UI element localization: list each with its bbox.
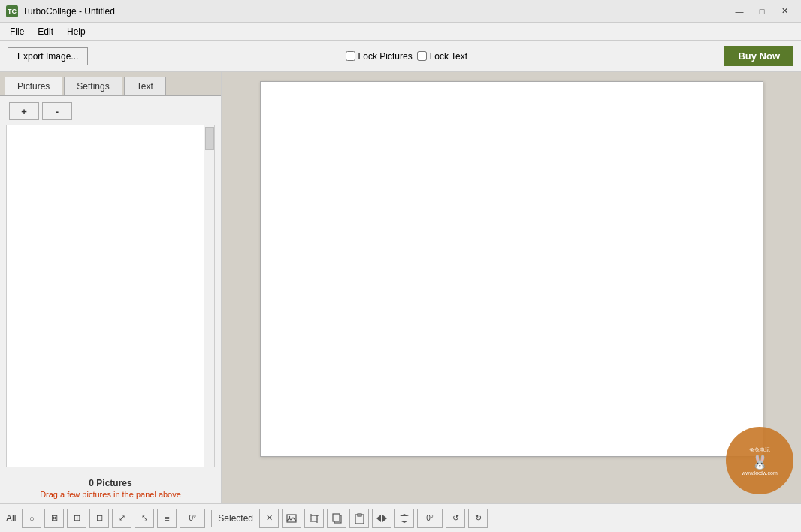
add-remove-row: + - (6, 102, 215, 120)
menu-file[interactable]: File (3, 24, 31, 39)
main-content: Export Image... Lock Pictures Lock Text … (0, 41, 801, 532)
scroll-thumb (205, 127, 214, 150)
tab-bar: Pictures Settings Text (0, 72, 221, 95)
bottom-toolbar: All ○ ⊠ ⊞ ⊟ ⤢ ⤡ ≡ 0° Selected ✕ 0° ↺ ↻ (0, 503, 801, 532)
svg-point-1 (289, 515, 290, 517)
panel-footer: 0 Pictures Drag a few pictures in the pa… (0, 473, 221, 503)
menu-bar: File Edit Help (0, 23, 801, 41)
close-x-btn[interactable]: ✕ (259, 509, 279, 528)
menu-help[interactable]: Help (60, 24, 92, 39)
lock-pictures-checkbox[interactable] (346, 51, 355, 61)
list-scrollbar (204, 125, 214, 467)
flip2-btn[interactable] (394, 509, 414, 528)
tab-text[interactable]: Text (124, 77, 166, 95)
lock-text-label: Lock Text (430, 51, 467, 62)
cross-select-btn[interactable]: ⊠ (44, 509, 64, 528)
lock-area: Lock Pictures Lock Text (95, 51, 717, 62)
watermark-icon: 🐰 (751, 455, 768, 469)
canvas-surface (260, 81, 763, 457)
close-button[interactable]: ✕ (774, 4, 795, 19)
svg-marker-12 (382, 515, 387, 522)
app-icon: TC (6, 5, 18, 17)
crop-btn[interactable] (304, 509, 324, 528)
window-controls: — □ ✕ (729, 4, 795, 19)
separator-1 (211, 510, 212, 527)
copy-btn[interactable] (327, 509, 346, 528)
minimize-button[interactable]: — (729, 4, 750, 19)
tab-pictures[interactable]: Pictures (5, 77, 62, 95)
window-title: TurboCollage - Untitled (23, 6, 729, 17)
all-label: All (6, 513, 16, 524)
svg-rect-8 (333, 514, 340, 521)
clipboard-btn[interactable] (349, 509, 369, 528)
equals-btn[interactable]: ≡ (157, 509, 177, 528)
lock-text-checkbox[interactable] (417, 51, 427, 61)
remove-picture-button[interactable]: - (42, 102, 72, 120)
body-area: Pictures Settings Text + - 0 Pictures (0, 72, 801, 503)
redo-btn[interactable]: ↻ (468, 509, 488, 528)
pictures-count: 0 Pictures (6, 478, 215, 488)
expand-btn[interactable]: ⤢ (112, 509, 131, 528)
svg-rect-0 (287, 515, 296, 522)
buy-now-button[interactable]: Buy Now (724, 46, 793, 66)
top-toolbar: Export Image... Lock Pictures Lock Text … (0, 41, 801, 72)
menu-edit[interactable]: Edit (31, 24, 60, 39)
watermark-bottom: www.kxdw.com (742, 470, 777, 476)
panel-content: + - (0, 95, 221, 473)
degrees0b-btn[interactable]: 0° (417, 509, 443, 528)
svg-marker-11 (376, 515, 381, 522)
svg-rect-10 (358, 514, 361, 516)
svg-marker-13 (400, 514, 409, 516)
tab-settings[interactable]: Settings (64, 77, 122, 95)
maximize-button[interactable]: □ (751, 4, 772, 19)
lock-pictures-item: Lock Pictures (346, 51, 413, 62)
add-picture-button[interactable]: + (9, 102, 39, 120)
shrink-btn[interactable]: ⤡ (135, 509, 154, 528)
grid4-btn[interactable]: ⊞ (67, 509, 86, 528)
undo-btn[interactable]: ↺ (446, 509, 465, 528)
degrees-btn[interactable]: 0° (180, 509, 205, 528)
watermark: 兔兔电玩 🐰 www.kxdw.com (726, 427, 793, 494)
flip-btn[interactable] (372, 509, 391, 528)
svg-marker-14 (400, 521, 409, 523)
lock-pictures-label: Lock Pictures (358, 51, 413, 62)
lock-text-item: Lock Text (417, 51, 467, 62)
canvas-area[interactable] (222, 72, 801, 503)
grid4b-btn[interactable]: ⊟ (89, 509, 109, 528)
pictures-hint: Drag a few pictures in the panel above (6, 490, 215, 499)
image-btn[interactable] (282, 509, 301, 528)
export-button[interactable]: Export Image... (8, 47, 88, 65)
circle-btn[interactable]: ○ (22, 509, 41, 528)
watermark-top: 兔兔电玩 (749, 446, 770, 454)
pictures-list[interactable] (6, 125, 215, 467)
selected-label: Selected (218, 513, 253, 524)
title-bar: TC TurboCollage - Untitled — □ ✕ (0, 0, 801, 23)
left-panel: Pictures Settings Text + - 0 Pictures (0, 72, 222, 503)
svg-rect-4 (311, 515, 317, 521)
